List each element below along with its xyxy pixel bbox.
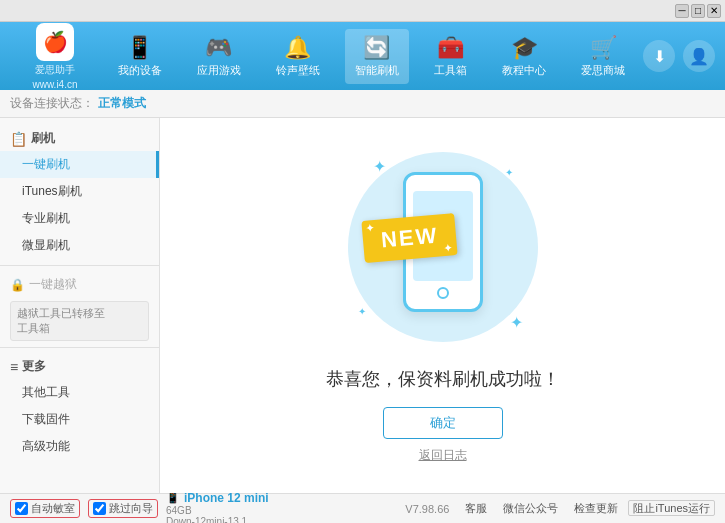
divider-1 (0, 265, 159, 266)
notice-text: 越狱工具已转移至工具箱 (17, 307, 105, 334)
close-btn[interactable]: ✕ (707, 4, 721, 18)
apps-games-icon: 🎮 (205, 35, 232, 61)
smart-flash-icon: 🔄 (363, 35, 390, 61)
checkbox-auto-close-wrap[interactable]: 自动敏室 (10, 499, 80, 518)
sidebar-section-more: ≡ 更多 (0, 354, 159, 379)
tutorials-label: 教程中心 (502, 63, 546, 78)
nav-item-smart-flash[interactable]: 🔄 智能刷机 (345, 29, 409, 84)
shop-icon: 🛒 (590, 35, 617, 61)
sparkle-2: ✦ (505, 167, 513, 178)
sidebar-item-advanced[interactable]: 高级功能 (0, 433, 159, 460)
toolbox-label: 工具箱 (434, 63, 467, 78)
toolbox-icon: 🧰 (437, 35, 464, 61)
nav-item-ringtone[interactable]: 🔔 铃声壁纸 (266, 29, 330, 84)
sidebar-item-pro-flash[interactable]: 专业刷机 (0, 205, 159, 232)
bottom-bar: 自动敏室 跳过向导 📱 iPhone 12 mini 64GB Down-12m… (0, 493, 725, 523)
sidebar-locked-jailbreak: 🔒 一键越狱 (0, 272, 159, 297)
minimize-btn[interactable]: ─ (675, 4, 689, 18)
flash-section-label: 刷机 (31, 130, 55, 147)
confirm-button[interactable]: 确定 (383, 407, 503, 439)
bottom-left: 自动敏室 跳过向导 📱 iPhone 12 mini 64GB Down-12m… (10, 491, 405, 524)
nav-item-shop[interactable]: 🛒 爱思商城 (571, 29, 635, 84)
tutorials-icon: 🎓 (511, 35, 538, 61)
nav-right: ⬇ 👤 (643, 40, 715, 72)
sparkle-3: ✦ (358, 306, 366, 317)
check-update-link[interactable]: 检查更新 (574, 501, 618, 516)
my-device-icon: 📱 (126, 35, 153, 61)
wechat-public-link[interactable]: 微信公众号 (503, 501, 558, 516)
sparkle-4: ✦ (510, 313, 523, 332)
via-wizard-label: 跳过向导 (109, 501, 153, 516)
phone-illustration: ✦ ✦ ✦ ✦ NEW (343, 147, 543, 347)
more-section-label: 更多 (22, 358, 46, 375)
back-home-link[interactable]: 返回日志 (419, 447, 467, 464)
sidebar-item-itunes-flash[interactable]: iTunes刷机 (0, 178, 159, 205)
lock-icon: 🔒 (10, 278, 25, 292)
download-btn[interactable]: ⬇ (643, 40, 675, 72)
status-bar: 设备连接状态： 正常模式 (0, 90, 725, 118)
device-storage: 64GB (166, 505, 405, 516)
auto-close-label: 自动敏室 (31, 501, 75, 516)
flash-section-icon: 📋 (10, 131, 27, 147)
more-section-icon: ≡ (10, 359, 18, 375)
checkbox-via-wizard-wrap[interactable]: 跳过向导 (88, 499, 158, 518)
new-ribbon: NEW (361, 213, 458, 263)
maximize-btn[interactable]: □ (691, 4, 705, 18)
nav-items: 📱 我的设备 🎮 应用游戏 🔔 铃声壁纸 🔄 智能刷机 🧰 工具箱 🎓 教程中心… (100, 29, 643, 84)
smart-flash-label: 智能刷机 (355, 63, 399, 78)
sidebar-item-one-click-flash[interactable]: 一键刷机 (0, 151, 159, 178)
bottom-right: V7.98.66 客服 微信公众号 检查更新 (405, 501, 618, 516)
success-message: 恭喜您，保资料刷机成功啦！ (326, 367, 560, 391)
jailbreak-label: 一键越狱 (29, 276, 77, 293)
content-area: ✦ ✦ ✦ ✦ NEW 恭喜您，保资料刷机成功啦！ 确定 返回日志 (160, 118, 725, 493)
user-btn[interactable]: 👤 (683, 40, 715, 72)
nav-item-toolbox[interactable]: 🧰 工具箱 (424, 29, 477, 84)
sidebar-item-wechat-flash[interactable]: 微显刷机 (0, 232, 159, 259)
logo-area: 🍎 爱思助手 www.i4.cn (10, 23, 100, 90)
device-info: 📱 iPhone 12 mini 64GB Down-12mini-13,1 (166, 491, 405, 524)
divider-2 (0, 347, 159, 348)
device-version: Down-12mini-13,1 (166, 516, 405, 524)
sidebar-item-download-firmware[interactable]: 下载固件 (0, 406, 159, 433)
nav-item-my-device[interactable]: 📱 我的设备 (108, 29, 172, 84)
sidebar-item-other-tools[interactable]: 其他工具 (0, 379, 159, 406)
checkbox-via-wizard[interactable] (93, 502, 106, 515)
nav-item-apps-games[interactable]: 🎮 应用游戏 (187, 29, 251, 84)
logo-icon: 🍎 (36, 23, 74, 61)
sidebar-section-flash: 📋 刷机 (0, 126, 159, 151)
sidebar: 📋 刷机 一键刷机 iTunes刷机 专业刷机 微显刷机 🔒 一键越狱 越狱工具… (0, 118, 160, 493)
main-area: 📋 刷机 一键刷机 iTunes刷机 专业刷机 微显刷机 🔒 一键越狱 越狱工具… (0, 118, 725, 493)
top-nav: 🍎 爱思助手 www.i4.cn 📱 我的设备 🎮 应用游戏 🔔 铃声壁纸 🔄 … (0, 22, 725, 90)
customer-service-link[interactable]: 客服 (465, 501, 487, 516)
ringtone-icon: 🔔 (284, 35, 311, 61)
nav-item-tutorials[interactable]: 🎓 教程中心 (492, 29, 556, 84)
logo-name: 爱思助手 (35, 63, 75, 77)
status-label: 设备连接状态： (10, 95, 94, 112)
checkbox-auto-close[interactable] (15, 502, 28, 515)
phone-home-btn (437, 287, 449, 299)
my-device-label: 我的设备 (118, 63, 162, 78)
apps-games-label: 应用游戏 (197, 63, 241, 78)
sidebar-notice-jailbreak: 越狱工具已转移至工具箱 (10, 301, 149, 341)
app-version: V7.98.66 (405, 503, 449, 515)
logo-website: www.i4.cn (32, 79, 77, 90)
title-bar: ─ □ ✕ (0, 0, 725, 22)
stop-itunes-btn[interactable]: 阻止iTunes运行 (628, 500, 715, 516)
sparkle-1: ✦ (373, 157, 386, 176)
status-value: 正常模式 (98, 95, 146, 112)
shop-label: 爱思商城 (581, 63, 625, 78)
ringtone-label: 铃声壁纸 (276, 63, 320, 78)
